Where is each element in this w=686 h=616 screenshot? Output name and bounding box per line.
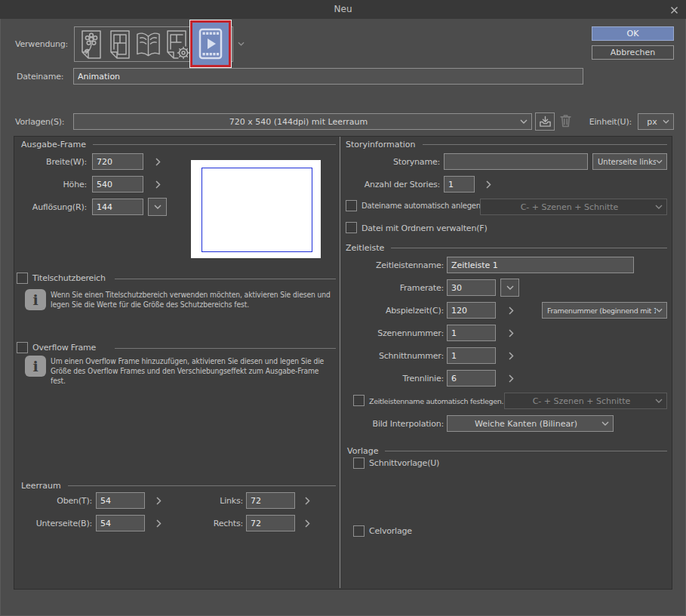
close-icon[interactable] <box>668 4 680 16</box>
usage-label: Verwendung: <box>15 39 68 49</box>
section-margins-title: Leerraum <box>21 481 61 491</box>
auto-filename-value: C- + Szenen + Schnitte <box>481 202 655 212</box>
usage-expand-icon[interactable] <box>236 38 245 49</box>
overflow-frame-label: Overflow Frame <box>32 343 96 353</box>
overflow-frame-checkbox[interactable] <box>17 342 28 353</box>
comic-icon <box>108 29 132 60</box>
framerate-dropdown-button[interactable] <box>500 279 519 297</box>
resolution-dropdown-button[interactable] <box>148 198 167 216</box>
resolution-input[interactable] <box>92 199 143 215</box>
auto-timeline-name-label: Zeitleistenname automatisch festlegen. <box>369 397 503 405</box>
storyname-input[interactable] <box>444 153 588 170</box>
template-dropdown-value: 720 x 540 (144dpi) mit Leerraum <box>74 117 520 127</box>
unit-dropdown[interactable]: px <box>638 113 674 130</box>
usage-illustration-button[interactable] <box>78 29 104 60</box>
timeline-name-label: Zeitleistenname: <box>347 260 444 270</box>
story-count-input[interactable] <box>444 176 475 192</box>
delete-template-button <box>560 114 571 131</box>
cancel-button[interactable]: Abbrechen <box>592 45 674 60</box>
open-book-icon <box>135 29 162 60</box>
separator-expand-icon[interactable] <box>506 373 515 383</box>
ok-button[interactable]: OK <box>592 26 674 41</box>
unit-dropdown-value: px <box>638 117 663 127</box>
scene-number-expand-icon[interactable] <box>506 328 515 338</box>
titlebar: Neu <box>0 0 686 19</box>
cut-number-input[interactable] <box>447 347 496 364</box>
template-dropdown[interactable]: 720 x 540 (144dpi) mit Leerraum <box>73 113 532 130</box>
playtime-expand-icon[interactable] <box>506 305 515 316</box>
usage-binding-button[interactable] <box>135 29 162 60</box>
cut-number-expand-icon[interactable] <box>506 350 515 361</box>
save-template-icon <box>539 116 552 128</box>
margin-right-input[interactable] <box>246 515 295 531</box>
margin-left-input[interactable] <box>246 492 295 509</box>
overflow-rule <box>115 348 336 349</box>
margin-left-label: Links: <box>174 496 243 506</box>
auto-timeline-name-value: C- + Szenen + Schnitte <box>505 396 655 406</box>
title-safe-area-checkbox[interactable] <box>17 273 28 284</box>
auto-timeline-name-checkbox[interactable] <box>353 395 365 406</box>
cut-template-label: Schnittvorlage(U) <box>369 458 439 468</box>
playtime-input[interactable] <box>447 302 496 319</box>
usage-comic-settings-button[interactable] <box>164 29 190 60</box>
cel-template-checkbox[interactable] <box>353 525 365 537</box>
title-safe-rule <box>115 279 336 279</box>
margin-top-label: Oben(T): <box>14 496 92 506</box>
cut-number-label: Schnittnummer: <box>347 351 444 361</box>
info-icon: i <box>25 356 46 377</box>
framerate-label: Framerate: <box>347 283 444 293</box>
height-input[interactable] <box>92 176 143 192</box>
chevron-down-icon <box>655 399 663 403</box>
separator-label: Trennlinie: <box>347 374 444 383</box>
margin-left-expand-icon[interactable] <box>303 495 312 506</box>
section-timeline: Zeitleiste <box>346 243 667 253</box>
comic-settings-icon <box>165 29 190 60</box>
section-output-frame-title: Ausgabe-Frame <box>21 140 86 149</box>
unit-label: Einheit(U): <box>581 117 632 127</box>
height-expand-icon[interactable] <box>153 179 162 189</box>
column-divider <box>340 137 340 588</box>
animation-film-icon <box>198 28 223 60</box>
frame-numbering-dropdown[interactable]: Framenummer (beginnend mit 1) <box>542 302 667 319</box>
margin-top-expand-icon[interactable] <box>154 495 163 506</box>
template-label: Vorlagen(S): <box>15 117 64 127</box>
section-margins: Leerraum <box>21 481 336 491</box>
storyname-label: Storyname: <box>347 157 440 167</box>
margin-right-expand-icon[interactable] <box>303 518 312 528</box>
usage-comic-button[interactable] <box>106 29 133 60</box>
section-output-frame: Ausgabe-Frame <box>21 140 336 149</box>
canvas-frame-preview <box>201 168 312 252</box>
resolution-label: Auflösung(R): <box>14 202 87 212</box>
page-position-dropdown[interactable]: Unterseite links <box>592 153 667 170</box>
usage-animation-button[interactable] <box>190 20 231 67</box>
section-timeline-title: Zeitleiste <box>346 243 384 253</box>
interpolation-value: Weiche Kanten (Bilinear) <box>448 419 601 429</box>
width-expand-icon[interactable] <box>153 156 162 167</box>
filename-input[interactable] <box>73 68 583 85</box>
title-safe-info-text: Wenn Sie einen Titelschutzbereich verwen… <box>51 290 336 310</box>
save-template-button[interactable] <box>535 112 555 131</box>
dialog-title: Neu <box>0 0 686 19</box>
story-count-label: Anzahl der Stories: <box>332 180 440 189</box>
chevron-down-icon <box>506 285 514 290</box>
framerate-input[interactable] <box>447 279 496 296</box>
separator-input[interactable] <box>447 370 496 387</box>
timeline-name-input[interactable] <box>447 257 634 273</box>
margin-bottom-expand-icon[interactable] <box>154 518 163 528</box>
cel-template-label: Celvorlage <box>369 526 412 536</box>
margin-top-input[interactable] <box>96 492 145 509</box>
manage-folders-checkbox[interactable] <box>346 222 357 233</box>
story-count-expand-icon[interactable] <box>484 179 493 189</box>
cut-template-checkbox[interactable] <box>353 457 365 469</box>
new-document-dialog: { "window": { "title": "Neu" }, "colors"… <box>0 0 686 616</box>
interpolation-dropdown[interactable]: Weiche Kanten (Bilinear) <box>447 415 614 432</box>
auto-filename-label: Dateiname automatisch anlegen <box>361 202 481 210</box>
filename-label: Dateiname: <box>17 72 63 82</box>
margin-bottom-input[interactable] <box>96 515 145 531</box>
width-label: Breite(W): <box>14 157 87 167</box>
width-input[interactable] <box>92 153 143 170</box>
scene-number-input[interactable] <box>447 325 496 341</box>
chevron-down-icon <box>656 308 663 313</box>
chevron-down-icon <box>656 159 663 164</box>
auto-filename-checkbox[interactable] <box>346 200 357 211</box>
